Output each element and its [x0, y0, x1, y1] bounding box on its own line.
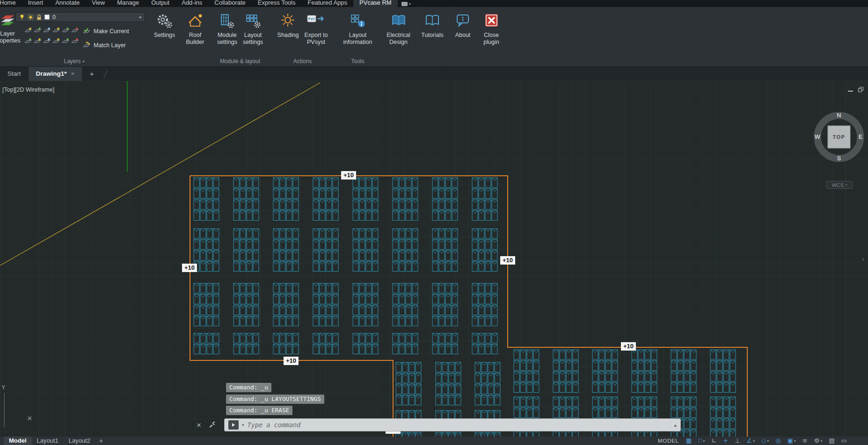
- lineweight-icon[interactable]: ≡: [801, 437, 809, 445]
- compass-east[interactable]: E: [859, 133, 863, 140]
- layout-settings-button[interactable]: Layout settings: [241, 11, 264, 46]
- layer-thaw-icon[interactable]: [71, 27, 79, 34]
- polar-tracking-icon[interactable]: ∠▾: [745, 437, 756, 445]
- object-snap-tracking-icon[interactable]: ◎: [774, 437, 782, 445]
- layer-freeze-icon[interactable]: [43, 27, 51, 34]
- view-cube[interactable]: N W S E TOP: [809, 107, 868, 167]
- menu-tab-home[interactable]: Home: [0, 0, 22, 7]
- layer-walk-icon[interactable]: [43, 38, 51, 44]
- recent-commands-caret-icon[interactable]: ▾: [242, 423, 244, 427]
- match-layer-button[interactable]: Match Layer: [82, 42, 126, 49]
- roof-builder-label: Roof: [189, 32, 201, 39]
- layer-off-icon[interactable]: [24, 27, 32, 34]
- export-pvsyst-button[interactable]: PVC Export to PVsyst: [303, 11, 329, 46]
- menu-tab-express-tools[interactable]: Express Tools: [252, 0, 302, 7]
- caret-down-icon: ▾: [703, 439, 705, 443]
- file-tab-start[interactable]: Start: [0, 66, 29, 81]
- tab-layout2[interactable]: Layout2: [64, 437, 95, 445]
- actions-panel-title: Actions: [270, 58, 335, 65]
- layer-on-icon[interactable]: [61, 27, 70, 34]
- layer-sun-icon: [28, 14, 34, 21]
- close-plugin-label-2: plugin: [483, 39, 499, 46]
- layer-lock-icon[interactable]: [52, 27, 60, 34]
- wcs-button[interactable]: WCS ▾: [826, 181, 853, 189]
- menu-tab-pvcase-rm[interactable]: PVcase RM: [353, 0, 398, 7]
- make-current-button[interactable]: Make Current: [82, 28, 129, 35]
- command-customize-icon[interactable]: [209, 421, 216, 429]
- infer-constraints-icon[interactable]: ∟: [710, 437, 718, 445]
- isometric-drafting-icon[interactable]: ◇▾: [760, 437, 770, 445]
- minimize-icon[interactable]: [848, 91, 853, 92]
- electrical-design-button[interactable]: Electrical Design: [385, 11, 412, 46]
- wcs-label: WCS: [832, 182, 844, 188]
- command-close-icon[interactable]: ×: [197, 421, 201, 429]
- layout-settings-icon: [244, 13, 262, 29]
- ribbon-options-button[interactable]: ▾: [401, 2, 411, 7]
- menu-tab-insert[interactable]: Insert: [22, 0, 50, 7]
- layers-panel-expander[interactable]: Layers ▾: [0, 58, 148, 65]
- layout-information-label-2: information: [343, 39, 372, 46]
- tab-close-icon[interactable]: ×: [71, 70, 75, 77]
- compass-north[interactable]: N: [837, 112, 841, 119]
- layer-merge-icon[interactable]: [61, 38, 70, 44]
- module-settings-icon: [218, 13, 236, 29]
- command-expand-icon[interactable]: ▴: [674, 422, 677, 428]
- annotation-monitor-icon[interactable]: ▤: [827, 437, 836, 445]
- layer-match-icon[interactable]: [52, 38, 60, 44]
- settings-button[interactable]: Settings: [153, 11, 176, 39]
- layer-isolate-icon[interactable]: [33, 27, 42, 34]
- view-cube-top-label: TOP: [833, 134, 846, 140]
- object-snap-icon[interactable]: ▣▾: [786, 437, 797, 445]
- elevation-label: +10: [182, 264, 197, 272]
- new-drawing-button[interactable]: +: [86, 66, 98, 81]
- model-tab[interactable]: Model: [4, 437, 32, 445]
- ribbon-panel-close: Close plugin: [478, 7, 505, 66]
- new-layout-button[interactable]: +: [95, 437, 107, 445]
- file-tab-drawing1[interactable]: Drawing1* ×: [29, 66, 82, 81]
- menu-tab-annotate[interactable]: Annotate: [49, 0, 86, 7]
- viewport-controls[interactable]: [Top][2D Wireframe]: [2, 86, 54, 93]
- ortho-mode-icon[interactable]: ⊥: [733, 437, 741, 445]
- menu-tab-manage[interactable]: Manage: [111, 0, 145, 7]
- roof-builder-button[interactable]: Roof Builder: [185, 11, 206, 46]
- ribbon-panel-actions: Shading PVC Export to PVsyst Actions: [270, 7, 335, 66]
- ribbon-panel-roof-builder: Roof Builder: [181, 7, 210, 66]
- workspace-icon[interactable]: ⚙▾: [813, 437, 824, 445]
- compass-west[interactable]: W: [815, 133, 821, 140]
- menu-tab-output[interactable]: Output: [145, 0, 175, 7]
- layer-unisolate-icon[interactable]: [24, 38, 32, 44]
- dynamic-input-icon[interactable]: +: [722, 437, 729, 445]
- close-plugin-button[interactable]: Close plugin: [481, 11, 502, 46]
- layer-delete-icon[interactable]: [71, 38, 79, 44]
- command-input[interactable]: ▾ Type a command ▴: [224, 418, 681, 431]
- chevron-down-icon: ▾: [83, 59, 85, 64]
- menu-tab-view[interactable]: View: [86, 0, 111, 7]
- shading-button[interactable]: Shading: [276, 11, 300, 39]
- drawing-area[interactable]: [Top][2D Wireframe] N W S E TOP WCS ▾ +1…: [0, 81, 868, 437]
- restore-icon[interactable]: [858, 87, 863, 92]
- clean-screen-icon[interactable]: ▭: [840, 437, 848, 445]
- layer-select[interactable]: 0 ▾: [15, 12, 145, 22]
- tab-layout1[interactable]: Layout1: [32, 437, 64, 445]
- right-panel-chevron-icon[interactable]: ›: [862, 255, 864, 263]
- ucs-y-axis: [4, 393, 5, 428]
- menu-tab-collaborate[interactable]: Collaborate: [208, 0, 252, 7]
- ucs-y-label: Y: [1, 384, 6, 391]
- settings-label: Settings: [154, 32, 175, 39]
- module-settings-button[interactable]: Module settings: [216, 11, 239, 46]
- command-prompt-icon[interactable]: [228, 420, 239, 430]
- layer-unlock-icon[interactable]: [33, 38, 42, 44]
- layer-lock-icon: [36, 14, 42, 21]
- ucs-origin-cross: ×: [27, 414, 32, 423]
- tutorials-button[interactable]: Tutorials: [420, 11, 445, 39]
- layer-properties-icon: [0, 12, 15, 27]
- model-space-label[interactable]: MODEL: [658, 438, 679, 444]
- compass-south[interactable]: S: [837, 155, 841, 162]
- about-info-icon: [454, 13, 472, 29]
- about-button[interactable]: About: [452, 11, 473, 39]
- menu-tab-add-ins[interactable]: Add-ins: [175, 0, 208, 7]
- layout-information-button[interactable]: Layout information: [342, 11, 374, 46]
- snap-mode-icon[interactable]: ∷▾: [697, 437, 706, 445]
- menu-tab-featured-apps[interactable]: Featured Apps: [301, 0, 353, 7]
- grid-display-icon[interactable]: ▦: [685, 437, 693, 445]
